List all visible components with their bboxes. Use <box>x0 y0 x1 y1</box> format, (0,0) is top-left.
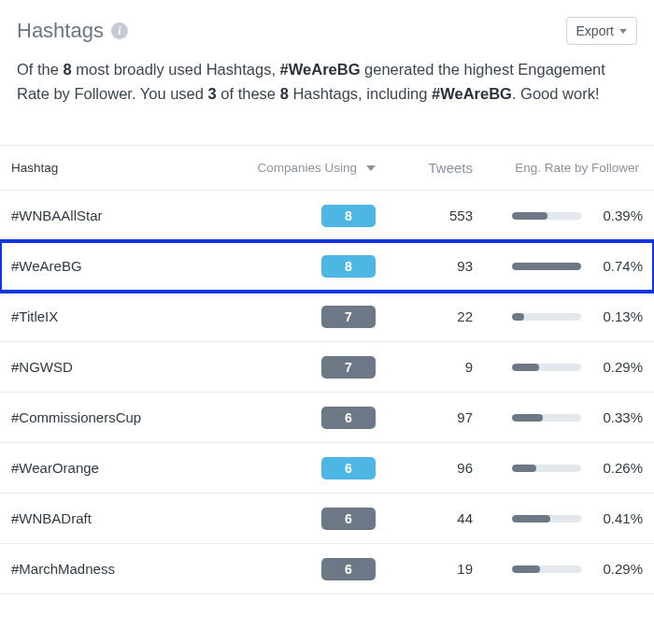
table-row[interactable]: #CommissionersCup6970.33% <box>0 393 654 443</box>
tweets-cell: 9 <box>376 359 478 375</box>
companies-cell: 8 <box>212 255 376 278</box>
eng-bar <box>512 364 581 371</box>
hashtag-cell: #WNBAAllStar <box>11 208 212 223</box>
eng-value: 0.74% <box>594 258 643 274</box>
eng-value: 0.29% <box>594 359 643 375</box>
companies-cell: 6 <box>212 457 376 479</box>
eng-value: 0.29% <box>594 561 643 577</box>
eng-value: 0.41% <box>594 510 643 526</box>
export-button[interactable]: Export <box>566 17 637 45</box>
companies-pill: 6 <box>321 558 376 580</box>
info-icon[interactable]: i <box>111 22 128 39</box>
eng-value: 0.13% <box>594 308 643 324</box>
tweets-cell: 22 <box>376 308 478 324</box>
eng-bar <box>512 414 581 422</box>
companies-pill: 7 <box>321 356 376 379</box>
eng-cell: 0.26% <box>478 460 643 476</box>
tweets-cell: 96 <box>376 460 478 476</box>
export-label: Export <box>576 23 614 38</box>
panel-header: Hashtags i Export <box>17 17 637 45</box>
tweets-cell: 553 <box>376 208 478 223</box>
hashtag-cell: #WNBADraft <box>11 510 212 526</box>
col-header-companies[interactable]: Companies Using <box>212 161 376 175</box>
hashtag-cell: #CommissionersCup <box>11 409 212 425</box>
eng-value: 0.39% <box>594 208 643 223</box>
table-row[interactable]: #WearOrange6960.26% <box>0 443 654 494</box>
table-row[interactable]: #TitleIX7220.13% <box>0 292 654 342</box>
hashtag-cell: #NGWSD <box>11 359 212 375</box>
table-row[interactable]: #WNBADraft6440.41% <box>0 494 654 544</box>
eng-value: 0.33% <box>594 409 643 425</box>
table-header-row: Hashtag Companies Using Tweets Eng. Rate… <box>0 146 654 191</box>
table-row[interactable]: #NGWSD790.29% <box>0 342 654 393</box>
eng-bar <box>512 515 581 522</box>
eng-cell: 0.74% <box>478 258 643 274</box>
eng-bar <box>512 565 581 573</box>
eng-cell: 0.33% <box>478 409 643 425</box>
eng-value: 0.26% <box>594 460 643 476</box>
companies-pill: 6 <box>321 508 376 530</box>
companies-cell: 7 <box>212 306 376 328</box>
summary-text: Of the 8 most broadly used Hashtags, #We… <box>17 58 637 106</box>
hashtag-cell: #MarchMadness <box>11 561 212 577</box>
companies-pill: 8 <box>321 255 376 278</box>
col-header-eng[interactable]: Eng. Rate by Follower <box>478 161 643 175</box>
table-row[interactable]: #WeAreBG8930.74% <box>0 241 654 292</box>
eng-cell: 0.41% <box>478 510 643 526</box>
companies-pill: 6 <box>321 457 376 479</box>
companies-cell: 7 <box>212 356 376 379</box>
eng-cell: 0.13% <box>478 308 643 324</box>
tweets-cell: 93 <box>376 258 478 274</box>
hashtag-cell: #WeAreBG <box>11 258 212 274</box>
eng-bar <box>512 263 581 270</box>
tweets-cell: 19 <box>376 561 478 577</box>
eng-cell: 0.39% <box>478 208 643 223</box>
eng-cell: 0.29% <box>478 561 643 577</box>
tweets-cell: 44 <box>376 510 478 526</box>
eng-cell: 0.29% <box>478 359 643 375</box>
chevron-down-icon <box>619 29 627 34</box>
tweets-cell: 97 <box>376 409 478 425</box>
col-header-hashtag[interactable]: Hashtag <box>11 161 212 175</box>
companies-cell: 8 <box>212 205 376 227</box>
eng-bar <box>512 313 581 321</box>
companies-pill: 8 <box>321 205 376 227</box>
companies-cell: 6 <box>212 558 376 580</box>
sort-desc-icon <box>366 165 376 171</box>
page-title: Hashtags <box>17 19 104 43</box>
eng-bar <box>512 465 581 472</box>
companies-pill: 6 <box>321 407 376 429</box>
companies-cell: 6 <box>212 508 376 530</box>
companies-cell: 6 <box>212 407 376 429</box>
eng-bar <box>512 212 581 220</box>
hashtag-cell: #WearOrange <box>11 460 212 476</box>
col-header-companies-label: Companies Using <box>257 161 357 175</box>
col-header-tweets[interactable]: Tweets <box>376 160 478 176</box>
companies-pill: 7 <box>321 306 376 328</box>
table-row[interactable]: #MarchMadness6190.29% <box>0 544 654 594</box>
hashtag-table: Hashtag Companies Using Tweets Eng. Rate… <box>0 145 654 594</box>
hashtag-cell: #TitleIX <box>11 308 212 324</box>
table-row[interactable]: #WNBAAllStar85530.39% <box>0 191 654 241</box>
